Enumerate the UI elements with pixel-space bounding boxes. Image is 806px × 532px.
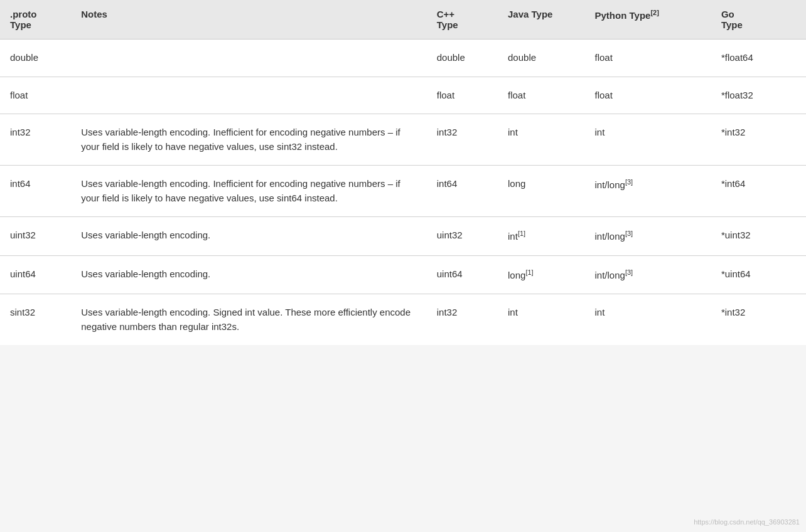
cell-go: *float64 xyxy=(711,40,806,77)
table-row: floatfloatfloatfloat*float32 xyxy=(0,77,806,114)
cell-cpp: int64 xyxy=(427,166,498,217)
cell-go: *int64 xyxy=(711,166,806,217)
cell-java: double xyxy=(498,40,584,77)
cell-cpp: float xyxy=(427,77,498,114)
cell-java: int xyxy=(498,114,584,166)
cell-python: int/long[3] xyxy=(585,217,711,256)
table-row: uint32Uses variable-length encoding.uint… xyxy=(0,217,806,256)
cell-proto: int32 xyxy=(0,114,71,166)
watermark: https://blog.csdn.net/qq_36903281 xyxy=(694,518,800,526)
java-sup: [1] xyxy=(518,230,525,237)
cell-notes: Uses variable-length encoding. Inefficie… xyxy=(71,166,426,217)
python-sup: [3] xyxy=(625,230,633,237)
python-sup: [3] xyxy=(625,178,633,186)
cell-cpp: double xyxy=(427,40,498,77)
table-row: int64Uses variable-length encoding. Inef… xyxy=(0,166,806,217)
cell-notes xyxy=(71,40,426,77)
cell-go: *int32 xyxy=(711,114,806,166)
cell-notes xyxy=(71,77,426,114)
table-row: doubledoubledoublefloat*float64 xyxy=(0,40,806,77)
cell-proto: double xyxy=(0,40,71,77)
python-header-sup: [2] xyxy=(650,9,658,16)
cell-proto: uint32 xyxy=(0,217,71,256)
header-python: Python Type[2] xyxy=(585,0,711,40)
cell-java: long[1] xyxy=(498,255,584,294)
proto-types-table: .protoType Notes C++Type Java Type Pytho… xyxy=(0,0,806,345)
cell-go: *int32 xyxy=(711,294,806,346)
cell-notes: Uses variable-length encoding. xyxy=(71,217,426,256)
cell-python: int/long[3] xyxy=(585,255,711,294)
table-row: sint32Uses variable-length encoding. Sig… xyxy=(0,294,806,346)
cell-python: int/long[3] xyxy=(585,166,711,217)
table-container: .protoType Notes C++Type Java Type Pytho… xyxy=(0,0,806,345)
table-body: doubledoubledoublefloat*float64floatfloa… xyxy=(0,40,806,346)
cell-python: int xyxy=(585,114,711,166)
cell-notes: Uses variable-length encoding. Inefficie… xyxy=(71,114,426,166)
cell-python: int xyxy=(585,294,711,346)
header-java: Java Type xyxy=(498,0,584,40)
cell-proto: float xyxy=(0,77,71,114)
cell-java: int xyxy=(498,294,584,346)
cell-go: *uint64 xyxy=(711,255,806,294)
header-cpp: C++Type xyxy=(427,0,498,40)
cell-java: long xyxy=(498,166,584,217)
cell-java: float xyxy=(498,77,584,114)
header-go: GoType xyxy=(711,0,806,40)
cell-go: *float32 xyxy=(711,77,806,114)
cell-notes: Uses variable-length encoding. Signed in… xyxy=(71,294,426,346)
table-row: uint64Uses variable-length encoding.uint… xyxy=(0,255,806,294)
cell-python: float xyxy=(585,40,711,77)
cell-proto: uint64 xyxy=(0,255,71,294)
header-notes: Notes xyxy=(71,0,426,40)
table-header-row: .protoType Notes C++Type Java Type Pytho… xyxy=(0,0,806,40)
cell-proto: int64 xyxy=(0,166,71,217)
java-sup: [1] xyxy=(525,269,533,276)
cell-notes: Uses variable-length encoding. xyxy=(71,255,426,294)
cell-proto: sint32 xyxy=(0,294,71,346)
cell-go: *uint32 xyxy=(711,217,806,256)
cell-cpp: int32 xyxy=(427,114,498,166)
cell-cpp: int32 xyxy=(427,294,498,346)
python-sup: [3] xyxy=(625,269,633,276)
header-proto: .protoType xyxy=(0,0,71,40)
cell-cpp: uint32 xyxy=(427,217,498,256)
cell-cpp: uint64 xyxy=(427,255,498,294)
cell-python: float xyxy=(585,77,711,114)
table-row: int32Uses variable-length encoding. Inef… xyxy=(0,114,806,166)
cell-java: int[1] xyxy=(498,217,584,256)
